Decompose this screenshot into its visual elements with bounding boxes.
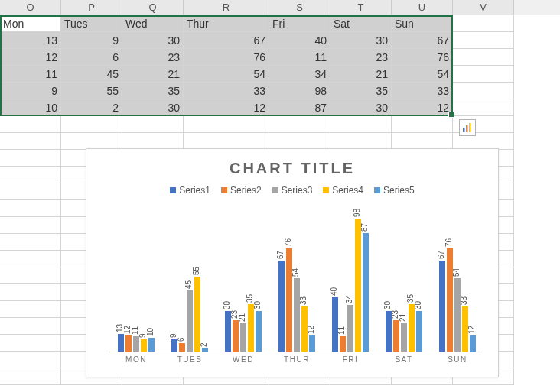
quick-analysis-button[interactable] [459,119,476,136]
cell[interactable]: 30 [330,99,392,116]
bar[interactable]: 21 [240,323,246,352]
cell[interactable] [0,150,61,167]
bar-group[interactable]: 6776543312 [431,248,484,352]
cell[interactable] [122,116,184,133]
bar[interactable]: 67 [439,261,445,352]
cell[interactable]: 67 [184,32,269,49]
cell[interactable]: 9 [61,32,122,49]
bar[interactable]: 35 [248,304,254,352]
bar[interactable]: 30 [416,311,422,352]
cell[interactable] [0,217,61,234]
cell[interactable]: 67 [392,32,453,49]
cell[interactable] [0,352,61,368]
cell[interactable]: 23 [122,49,184,66]
cell[interactable]: 23 [330,49,392,66]
bar[interactable]: 76 [447,248,453,352]
bar[interactable]: 12 [470,335,476,352]
cell[interactable] [0,284,61,301]
cell[interactable] [269,133,330,150]
cell[interactable]: 21 [122,66,184,83]
cell[interactable]: 11 [269,49,330,66]
cell[interactable]: 30 [330,32,392,49]
bar[interactable]: 35 [409,304,415,352]
cell[interactable]: 12 [392,99,453,116]
cell[interactable]: 2 [61,99,122,116]
cell[interactable]: 35 [330,83,392,99]
cell[interactable]: 11 [0,66,61,83]
column-headers[interactable]: OPQRSTUV [0,0,560,15]
legend-item[interactable]: Series5 [374,185,415,196]
cell[interactable]: 76 [392,49,453,66]
bar-group[interactable]: 3023213530 [217,304,270,352]
cell[interactable]: 76 [184,49,269,66]
cell[interactable]: 35 [122,83,184,99]
cell[interactable] [392,116,453,133]
cell[interactable]: 87 [269,99,330,116]
cell[interactable]: 13 [0,32,61,49]
bar-group[interactable]: 6776543312 [270,248,324,352]
cell[interactable] [61,133,122,150]
cell[interactable]: 30 [122,99,184,116]
cell[interactable] [0,318,61,335]
chart-legend[interactable]: Series1Series2Series3Series4Series5 [86,185,498,196]
cell[interactable]: 34 [269,66,330,83]
chart-plot-area[interactable]: 1312119109645552302321353067765433124011… [109,218,483,352]
legend-item[interactable]: Series3 [272,185,313,196]
column-header-R[interactable]: R [184,0,269,15]
bar[interactable]: 54 [454,278,461,352]
cell[interactable]: Thur [184,15,269,32]
cell[interactable] [184,116,269,133]
bar-group[interactable]: 131211910 [109,334,163,352]
cell[interactable] [392,133,453,150]
cell[interactable] [0,368,61,385]
cell[interactable] [0,267,61,284]
bar[interactable]: 6 [179,343,185,352]
bar[interactable]: 76 [286,248,292,352]
legend-item[interactable]: Series2 [221,185,262,196]
cell[interactable]: Sun [392,15,453,32]
bar[interactable]: 13 [118,334,124,352]
cell[interactable]: 30 [122,32,184,49]
cell[interactable]: 6 [61,49,122,66]
legend-item[interactable]: Series1 [170,185,210,196]
bar[interactable]: 54 [294,278,300,352]
cell[interactable] [0,167,61,183]
cell[interactable]: 33 [184,83,269,99]
column-header-Q[interactable]: Q [122,0,184,15]
cell[interactable]: 54 [392,66,453,83]
cell[interactable]: 12 [184,99,269,116]
column-header-S[interactable]: S [269,0,330,15]
bar[interactable]: 11 [340,336,346,352]
cell[interactable]: 9 [0,83,61,99]
cell[interactable]: 98 [269,83,330,99]
cell[interactable]: 40 [269,32,330,49]
bar[interactable]: 34 [347,305,353,352]
cell[interactable] [453,32,514,49]
cell[interactable] [0,200,61,217]
bar[interactable]: 98 [355,219,361,352]
bar[interactable]: 12 [125,335,132,352]
column-header-O[interactable]: O [0,0,61,15]
cell[interactable]: Wed [122,15,184,32]
bar[interactable]: 67 [278,261,285,352]
cell[interactable] [0,183,61,200]
cell[interactable] [453,99,514,116]
cell[interactable] [453,49,514,66]
bar[interactable]: 2 [202,348,208,352]
bar[interactable]: 30 [256,311,262,352]
bar[interactable]: 10 [148,338,155,352]
bar[interactable]: 9 [141,339,147,352]
cell[interactable]: 54 [184,66,269,83]
cell[interactable]: 12 [0,49,61,66]
cell[interactable] [0,133,61,150]
cell[interactable] [330,133,392,150]
cell[interactable] [0,251,61,267]
cell[interactable]: Sat [330,15,392,32]
bar[interactable]: 12 [309,335,315,352]
cell[interactable]: Fri [269,15,330,32]
cell[interactable]: 33 [392,83,453,99]
column-header-U[interactable]: U [392,0,453,15]
bar[interactable]: 40 [332,297,338,352]
bar-group[interactable]: 3023213530 [377,304,431,352]
bar[interactable]: 23 [233,320,239,352]
